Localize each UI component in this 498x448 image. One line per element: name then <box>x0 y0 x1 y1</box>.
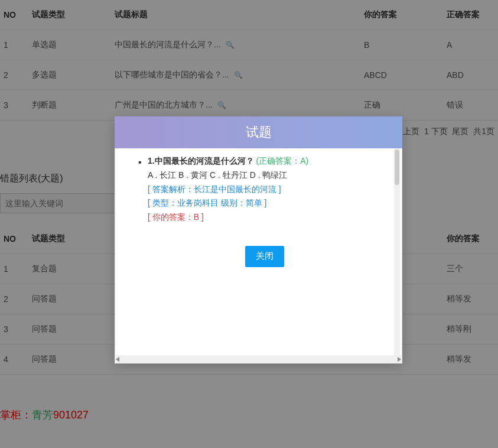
modal-title: 试题 <box>115 116 402 148</box>
modal-horizontal-scrollbar[interactable] <box>115 355 402 363</box>
correct-answer-label: (正确答案：A) <box>256 156 309 165</box>
scroll-right-icon[interactable] <box>398 357 401 362</box>
modal-scrollbar[interactable] <box>394 148 400 355</box>
answer-analysis: [ 答案解析：长江是中国最长的河流 ] <box>148 183 381 197</box>
question-modal: 试题 1.中国最长的河流是什么河？ (正确答案：A) A . 长江 B . 黄河… <box>115 116 402 363</box>
question-number: 1. <box>148 156 155 165</box>
question-category: [ 类型：业务岗科目 级别：简单 ] <box>148 196 381 210</box>
close-button[interactable]: 关闭 <box>245 246 284 267</box>
question-options: A . 长江 B . 黄河 C . 牡丹江 D . 鸭绿江 <box>148 168 381 183</box>
question-text: 中国最长的河流是什么河？ <box>155 156 256 165</box>
scroll-left-icon[interactable] <box>116 357 119 362</box>
your-answer-label: [ 你的答案：B ] <box>148 210 381 225</box>
